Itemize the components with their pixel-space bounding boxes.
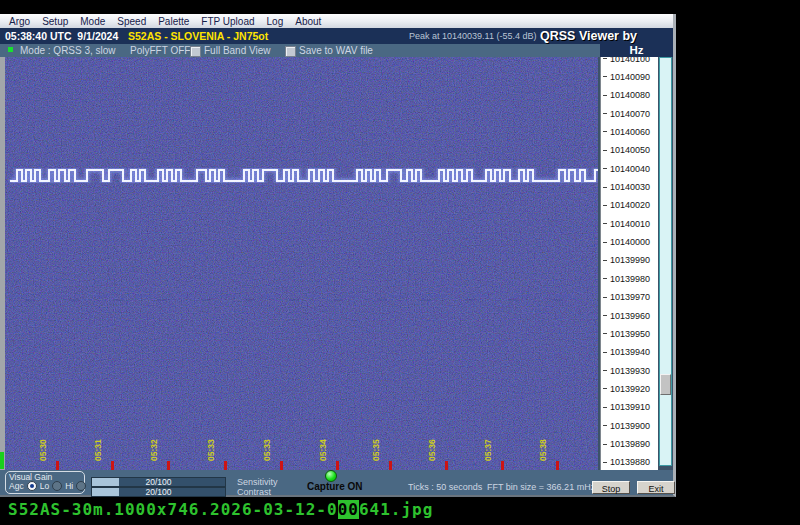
freq-label: 10139910 bbox=[603, 402, 650, 413]
lo-radio[interactable] bbox=[52, 481, 62, 491]
menu-item-log[interactable]: Log bbox=[267, 16, 284, 27]
time-tick-mark bbox=[389, 461, 392, 470]
time-label: 05:34 bbox=[318, 429, 328, 461]
freq-label: 10140090 bbox=[603, 71, 650, 82]
time-label: 05:36 bbox=[427, 429, 437, 461]
freq-label: 10140040 bbox=[603, 163, 650, 174]
fft-bin-info: FFT bin size = 366.21 mHz bbox=[487, 482, 595, 492]
time-label: 05:30 bbox=[38, 429, 48, 461]
time-label: 05:38 bbox=[538, 429, 548, 461]
time-tick-mark bbox=[445, 461, 448, 470]
freq-label: 10140060 bbox=[603, 126, 650, 137]
control-bar: Visual Gain Agc Lo Hi 20/100 20/100 Sens… bbox=[0, 470, 673, 495]
agc-radio[interactable] bbox=[27, 481, 37, 491]
sensitivity-value: 20/100 bbox=[92, 477, 225, 487]
menu-item-palette[interactable]: Palette bbox=[158, 16, 189, 27]
menu-item-speed[interactable]: Speed bbox=[117, 16, 146, 27]
time-tick-mark bbox=[501, 461, 504, 470]
mode-bar: Mode : QRSS 3, slow PolyFFT OFF Full Ban… bbox=[0, 44, 673, 57]
freq-label: 10139900 bbox=[603, 420, 650, 431]
freq-label: 10140050 bbox=[603, 145, 650, 156]
time-label: 05:35 bbox=[371, 429, 381, 461]
menu-item-about[interactable]: About bbox=[295, 16, 321, 27]
waterfall-svg bbox=[5, 57, 598, 470]
freq-label: 10139960 bbox=[603, 310, 650, 321]
scrollbar-thumb[interactable] bbox=[660, 374, 671, 395]
frequency-scrollbar[interactable] bbox=[659, 57, 672, 466]
lo-label: Lo bbox=[40, 481, 49, 491]
freq-label: 10140100 bbox=[603, 57, 650, 64]
time-label: 05:37 bbox=[483, 429, 493, 461]
freq-label: 10139980 bbox=[603, 273, 650, 284]
contrast-label: Contrast bbox=[237, 487, 271, 497]
sensitivity-slider[interactable]: 20/100 bbox=[91, 477, 226, 487]
ticks-info: Ticks : 50 seconds bbox=[408, 482, 482, 492]
visual-gain-options: Agc Lo Hi bbox=[9, 481, 86, 491]
stop-button[interactable]: Stop bbox=[592, 481, 630, 494]
agc-label: Agc bbox=[9, 481, 24, 491]
buffer-progress bbox=[0, 452, 4, 469]
freq-label: 10139940 bbox=[603, 347, 650, 358]
waterfall-noise bbox=[5, 57, 598, 470]
freq-label: 10139970 bbox=[603, 292, 650, 303]
argo-app-window: ArgoSetupModeSpeedPaletteFTP UploadLogAb… bbox=[0, 14, 676, 497]
freq-label: 10139950 bbox=[603, 328, 650, 339]
status-bar: 05:38:40 UTC 9/1/2024 S52AS - SLOVENIA -… bbox=[0, 28, 673, 44]
freq-label: 10140000 bbox=[603, 237, 650, 248]
menu-item-ftp-upload[interactable]: FTP Upload bbox=[201, 16, 254, 27]
time-tick-mark bbox=[556, 461, 559, 470]
peak-readout: Peak at 10140039.11 (-55.4 dB) bbox=[409, 31, 536, 41]
contrast-slider[interactable]: 20/100 bbox=[91, 487, 226, 497]
full-band-view-checkbox[interactable] bbox=[190, 46, 201, 57]
time-label: 05:33 bbox=[262, 429, 272, 461]
save-wav-checkbox[interactable] bbox=[285, 46, 296, 57]
screen: { "window": { "title": "QRSS Viewer by I… bbox=[0, 0, 800, 525]
time-tick-mark bbox=[167, 461, 170, 470]
hi-label: Hi bbox=[65, 481, 73, 491]
time-label: 05:33 bbox=[206, 429, 216, 461]
freq-label: 10140030 bbox=[603, 182, 650, 193]
sensitivity-label: Sensitivity bbox=[237, 477, 278, 487]
full-band-view-label: Full Band View bbox=[204, 45, 271, 56]
save-wav-label: Save to WAV file bbox=[299, 45, 373, 56]
menu-item-argo[interactable]: Argo bbox=[9, 16, 30, 27]
time-label: 05:31 bbox=[93, 429, 103, 461]
contrast-value: 20/100 bbox=[92, 487, 225, 497]
freq-label: 10139990 bbox=[603, 255, 650, 266]
capture-status: Capture ON bbox=[307, 481, 363, 492]
waterfall: 05:3005:3105:3205:3305:3305:3405:3505:36… bbox=[5, 57, 598, 470]
clock-date: 05:38:40 UTC 9/1/2024 bbox=[5, 30, 118, 42]
freq-label: 10139930 bbox=[603, 365, 650, 376]
time-tick-mark bbox=[224, 461, 227, 470]
exit-button[interactable]: Exit bbox=[637, 481, 675, 494]
menu-item-mode[interactable]: Mode bbox=[80, 16, 105, 27]
main-area: 05:3005:3105:3205:3305:3305:3405:3505:36… bbox=[0, 57, 673, 470]
freq-label: 10140080 bbox=[603, 90, 650, 101]
time-tick-mark bbox=[111, 461, 114, 470]
freq-label: 10140070 bbox=[603, 108, 650, 119]
menu-item-setup[interactable]: Setup bbox=[42, 16, 68, 27]
capture-filename-bar: S52AS-30m.1000x746.2026-03-12-000641.jpg bbox=[0, 498, 800, 520]
mode-indicator-led bbox=[8, 47, 13, 52]
hi-radio[interactable] bbox=[76, 481, 86, 491]
freq-label: 10140020 bbox=[603, 200, 650, 211]
frequency-unit-header: Hz bbox=[600, 44, 673, 57]
capture-filename: S52AS-30m.1000x746.2026-03-12-000641.jpg bbox=[8, 500, 433, 519]
freq-label: 10139920 bbox=[603, 383, 650, 394]
freq-label: 10139890 bbox=[603, 439, 650, 450]
callsign-locator: S52AS - SLOVENIA - JN75ot bbox=[128, 30, 268, 42]
time-tick-mark bbox=[336, 461, 339, 470]
menu-bar: ArgoSetupModeSpeedPaletteFTP UploadLogAb… bbox=[0, 14, 673, 28]
mode-readout: Mode : QRSS 3, slow bbox=[20, 45, 116, 56]
polyfft-status: PolyFFT OFF bbox=[130, 45, 190, 56]
freq-label: 10139880 bbox=[603, 457, 650, 468]
time-tick-mark bbox=[56, 461, 59, 470]
frequency-scale: 1014010010140090101400801014007010140060… bbox=[600, 57, 658, 470]
time-label: 05:32 bbox=[149, 429, 159, 461]
freq-label: 10140010 bbox=[603, 218, 650, 229]
time-tick-mark bbox=[280, 461, 283, 470]
